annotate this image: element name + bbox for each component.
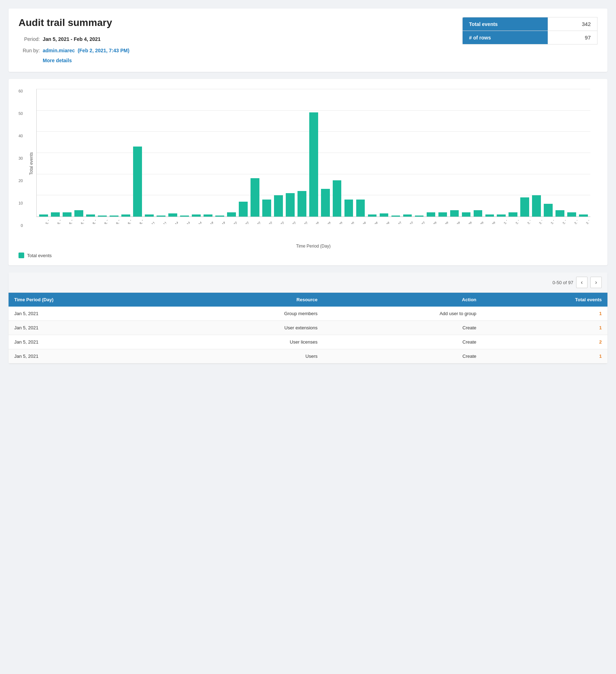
bar-wrapper [38, 89, 49, 217]
bar-wrapper [191, 89, 202, 217]
x-label-wrap: Jan 27, 2021... [390, 218, 401, 224]
run-by-label: Run by: [19, 46, 40, 55]
run-by-user[interactable]: admin.miarec (Feb 2, 2021, 7:43 PM) [43, 46, 130, 55]
x-axis-label: Jan 22, 2021... [299, 218, 307, 224]
x-label-wrap: Jan 22, 2021... [249, 218, 260, 224]
x-label-wrap: Jan 25, 2021... [308, 218, 319, 224]
y-axis-label: 10 [19, 201, 23, 205]
x-label-wrap: Jan 22, 2021... [273, 218, 284, 224]
bar-wrapper [226, 89, 237, 217]
table-column-header: Total events [482, 293, 607, 307]
bar-wrapper [390, 89, 401, 217]
bar-wrapper [425, 89, 436, 217]
x-label-wrap: Feb 2, 2021... [543, 218, 554, 224]
x-axis-label: Feb 2, 2021... [546, 218, 554, 224]
x-label-wrap: Jan 26, 2021... [378, 218, 389, 224]
bar-wrapper [202, 89, 214, 217]
bar-wrapper [109, 89, 120, 217]
stat-row: # of rows97 [463, 31, 597, 44]
bar-wrapper [355, 89, 366, 217]
x-axis-label: Jan 8, 2021... [111, 218, 119, 224]
x-axis-label: Jan 29, 2021... [487, 218, 495, 224]
x-label-wrap: Jan 29, 2021... [484, 218, 495, 224]
table-column-header: Action [323, 293, 482, 307]
x-axis-label: Feb 2, 2021... [569, 218, 577, 224]
bar [368, 214, 377, 217]
pagination-bar: 0-50 of 97 ‹ › [9, 272, 607, 293]
table-row: Jan 5, 2021 Group members Add user to gr… [9, 307, 607, 321]
x-axis-label: Jan 14, 2021... [182, 218, 190, 224]
x-label-wrap: Jan 18, 2021... [214, 218, 225, 224]
x-label-wrap: Jan 14, 2021... [167, 218, 178, 224]
table-row: Jan 5, 2021 User extensions Create 1 [9, 321, 607, 335]
bar [74, 210, 83, 217]
bar-wrapper [320, 89, 331, 217]
table-column-header: Time Period (Day) [9, 293, 175, 307]
x-label-wrap: Jan 25, 2021... [320, 218, 331, 224]
stat-value: 342 [548, 17, 597, 31]
x-label-wrap: Jan 6, 2021... [61, 218, 72, 224]
bar-wrapper [460, 89, 472, 217]
bar [63, 212, 72, 217]
bar [286, 193, 295, 217]
summary-stats: Total events342# of rows97 [462, 17, 597, 44]
cell-period: Jan 5, 2021 [9, 349, 175, 363]
x-axis-label: Jan 26, 2021... [381, 218, 389, 224]
bar-wrapper [179, 89, 190, 217]
y-axis-label: 60 [19, 89, 23, 93]
x-axis-label: Feb 2, 2021... [510, 218, 518, 224]
bar [86, 214, 95, 217]
bar [520, 197, 529, 217]
chart-area [36, 89, 590, 217]
chart-legend: Total events [19, 253, 597, 258]
bar [98, 216, 107, 217]
table-header: Time Period (Day)ResourceActionTotal eve… [9, 293, 607, 307]
x-axis-label: Jan 6, 2021... [52, 218, 60, 224]
bar-wrapper [414, 89, 425, 217]
x-axis-label: Jan 22, 2021... [252, 218, 260, 224]
y-axis-label: 40 [19, 134, 23, 138]
x-axis-label: Jan 26, 2021... [370, 218, 378, 224]
bar-wrapper [249, 89, 260, 217]
pagination-prev-button[interactable]: ‹ [576, 277, 588, 288]
bar [309, 112, 318, 217]
bar [168, 213, 177, 217]
table-row: Jan 5, 2021 Users Create 1 [9, 349, 607, 363]
x-axis-label: Jan 22, 2021... [264, 218, 272, 224]
data-table: Time Period (Day)ResourceActionTotal eve… [9, 293, 607, 363]
summary-meta: Period: Jan 5, 2021 - Feb 4, 2021 Run by… [19, 34, 130, 55]
bar [239, 202, 248, 217]
x-label-wrap: Feb 2, 2021... [507, 218, 518, 224]
y-axis-labels: 6050403020100 [19, 89, 25, 228]
x-axis-label: Jan 14, 2021... [194, 218, 201, 224]
stat-label: Total events [463, 17, 548, 31]
page-title: Audit trail summary [19, 17, 130, 28]
x-axis-label: Jan 26, 2021... [358, 218, 366, 224]
bar-wrapper [449, 89, 460, 217]
x-label-wrap: Jan 11, 2021... [155, 218, 166, 224]
x-label-wrap: Feb 2, 2021... [578, 218, 589, 224]
bar [462, 212, 471, 217]
bar-wrapper [578, 89, 589, 217]
pagination-next-button[interactable]: › [590, 277, 602, 288]
x-axis-label: Jan 5, 2021... [41, 218, 49, 224]
bar [192, 214, 201, 217]
x-axis-label: Jan 6, 2021... [76, 218, 84, 224]
x-label-wrap: Jan 5, 2021... [38, 218, 49, 224]
x-axis-label: Jan 11, 2021... [147, 218, 154, 224]
x-axis-label: Feb 2, 2021... [534, 218, 542, 224]
cell-events: 1 [482, 307, 607, 321]
bar [427, 212, 436, 217]
bar [391, 216, 400, 217]
bar [438, 212, 447, 217]
bar-wrapper [437, 89, 448, 217]
x-label-wrap: Jan 26, 2021... [367, 218, 378, 224]
stat-row: Total events342 [463, 17, 597, 31]
cell-action: Create [323, 335, 482, 349]
cell-action: Add user to group [323, 307, 482, 321]
x-label-wrap: Jan 22, 2021... [226, 218, 237, 224]
bar-wrapper [50, 89, 61, 217]
cell-action: Create [323, 349, 482, 363]
more-details-link[interactable]: More details [43, 58, 130, 63]
bar-wrapper [261, 89, 272, 217]
